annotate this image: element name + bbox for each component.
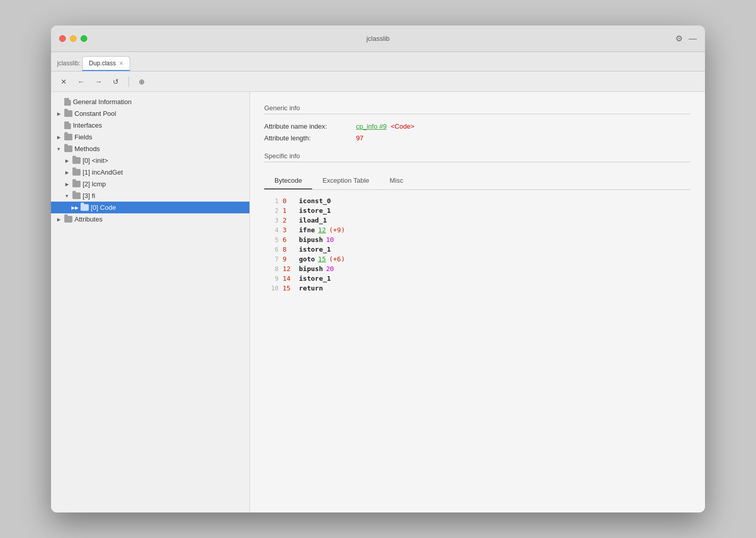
bc-offset: 15 <box>283 284 297 292</box>
close-button[interactable] <box>59 35 66 42</box>
bc-mnemonic: istore_1 <box>299 246 331 253</box>
attr-name-index-link[interactable]: cp_info #9 <box>356 123 387 130</box>
expand-icon <box>55 216 62 223</box>
bc-mnemonic: istore_1 <box>299 275 331 282</box>
settings-icon[interactable]: ⚙ <box>675 34 683 43</box>
expand-icon <box>63 181 70 188</box>
window-title: jclasslib <box>366 35 390 42</box>
bc-offset: 6 <box>283 236 297 243</box>
bc-mnemonic: return <box>299 284 323 292</box>
sidebar-item-methods-lcmp[interactable]: [2] lcmp <box>51 178 249 190</box>
sidebar-item-methods[interactable]: Methods <box>51 143 249 155</box>
bc-mnemonic: bipush <box>299 265 323 273</box>
sidebar-item-label: [1] incAndGet <box>83 168 123 176</box>
bc-mnemonic: iload_1 <box>299 216 327 224</box>
bc-offset: 0 <box>283 197 297 205</box>
specific-info-divider <box>264 162 691 162</box>
sidebar-item-methods-init[interactable]: [0] <init> <box>51 155 249 166</box>
bc-offset: 2 <box>283 216 297 224</box>
toolbar-divider <box>129 77 129 87</box>
app-window: jclasslib ⚙ — jclasslib: Dup.class ✕ ✕ ←… <box>51 26 705 512</box>
bc-arg-value: 10 <box>326 236 334 243</box>
folder-icon <box>64 216 72 223</box>
tab-bytecode[interactable]: Bytecode <box>264 173 312 189</box>
bc-row-3: 3 2 iload_1 <box>264 215 691 225</box>
bc-arg-link[interactable]: 15 <box>318 255 326 263</box>
sidebar-item-methods-incandget[interactable]: [1] incAndGet <box>51 166 249 178</box>
bc-row-9: 9 14 istore_1 <box>264 274 691 283</box>
bc-row-2: 2 1 istore_1 <box>264 206 691 215</box>
sidebar-item-attributes[interactable]: Attributes <box>51 213 249 225</box>
sidebar-item-methods-fi[interactable]: [3] fi <box>51 190 249 202</box>
doc-icon <box>64 98 71 106</box>
maximize-button[interactable] <box>81 35 87 42</box>
bc-offset: 3 <box>283 226 297 234</box>
bc-linenum: 10 <box>264 285 279 292</box>
bc-linenum: 4 <box>264 227 279 234</box>
expand-icon <box>55 145 62 153</box>
generic-info-divider <box>264 114 691 114</box>
bc-linenum: 2 <box>264 207 279 214</box>
main-content: General Information Constant Pool Interf… <box>51 92 705 512</box>
sidebar-item-label: Methods <box>74 145 100 153</box>
refresh-button[interactable]: ↺ <box>109 75 122 88</box>
forward-button[interactable]: → <box>92 75 105 88</box>
specific-info-label: Specific info <box>264 152 691 160</box>
tab-misc[interactable]: Misc <box>380 173 414 189</box>
bc-row-5: 5 6 bipush 10 <box>264 235 691 244</box>
sidebar-item-methods-fi-code[interactable]: ▶ [0] Code <box>51 202 249 213</box>
tabbar: jclasslib: Dup.class ✕ <box>51 52 705 71</box>
folder-icon <box>72 192 81 199</box>
sidebar-item-label: Constant Pool <box>74 110 116 117</box>
bc-row-6: 6 8 istore_1 <box>264 244 691 254</box>
bytecode-table: 1 0 iconst_0 2 1 istore_1 3 2 iload_1 4 … <box>264 196 691 293</box>
sidebar-item-constant-pool[interactable]: Constant Pool <box>51 108 249 119</box>
minimize-button[interactable] <box>70 35 77 42</box>
expand-icon <box>55 110 62 117</box>
folder-icon <box>72 157 81 164</box>
tab-dup-class[interactable]: Dup.class ✕ <box>82 56 130 71</box>
bc-linenum: 8 <box>264 265 279 273</box>
bc-row-10: 10 15 return <box>264 283 691 293</box>
bc-row-8: 8 12 bipush 20 <box>264 264 691 274</box>
bc-mnemonic: ifne <box>299 226 315 234</box>
close-toolbar-button[interactable]: ✕ <box>57 75 70 88</box>
sidebar-item-label: Fields <box>74 133 92 141</box>
bc-offset: 12 <box>283 265 297 273</box>
minimize-window-icon[interactable]: — <box>689 34 697 43</box>
sidebar-item-general-info[interactable]: General Information <box>51 96 249 108</box>
tab-close-icon[interactable]: ✕ <box>119 60 123 67</box>
bc-row-4: 4 3 ifne 12 (+9) <box>264 225 691 235</box>
bc-arg-link[interactable]: 12 <box>318 226 326 234</box>
bc-mnemonic: istore_1 <box>299 207 331 214</box>
sidebar-item-label: [0] <init> <box>83 157 108 164</box>
sidebar-item-label: [0] Code <box>91 204 116 211</box>
titlebar-actions: ⚙ — <box>675 34 697 43</box>
bc-arg-paren: (+9) <box>329 226 345 234</box>
folder-icon <box>64 134 72 140</box>
expand-icon <box>55 134 62 141</box>
browse-button[interactable]: ⊕ <box>135 75 148 88</box>
generic-info-label: Generic info <box>264 104 691 112</box>
attr-length-value: 97 <box>356 134 363 142</box>
sidebar-item-fields[interactable]: Fields <box>51 131 249 143</box>
expand-icon: ▶ <box>71 204 79 211</box>
bc-linenum: 6 <box>264 246 279 253</box>
folder-icon <box>72 181 81 187</box>
sidebar-item-label: Attributes <box>74 215 103 223</box>
right-panel: Generic info Attribute name index: cp_in… <box>250 92 705 512</box>
bc-offset: 9 <box>283 255 297 263</box>
expand-icon <box>63 157 70 164</box>
tab-prefix: jclasslib: <box>57 60 80 71</box>
back-button[interactable]: ← <box>74 75 88 88</box>
tab-exception-table[interactable]: Exception Table <box>312 173 380 189</box>
sidebar-item-label: [3] fi <box>83 192 95 200</box>
bc-offset: 8 <box>283 246 297 253</box>
expand-icon <box>55 122 62 129</box>
sidebar-item-interfaces[interactable]: Interfaces <box>51 119 249 131</box>
bc-arg-paren: (+6) <box>329 255 345 263</box>
bc-offset: 14 <box>283 275 297 282</box>
sidebar-item-label: General Information <box>73 98 132 106</box>
folder-icon <box>64 110 72 117</box>
bc-linenum: 3 <box>264 217 279 224</box>
